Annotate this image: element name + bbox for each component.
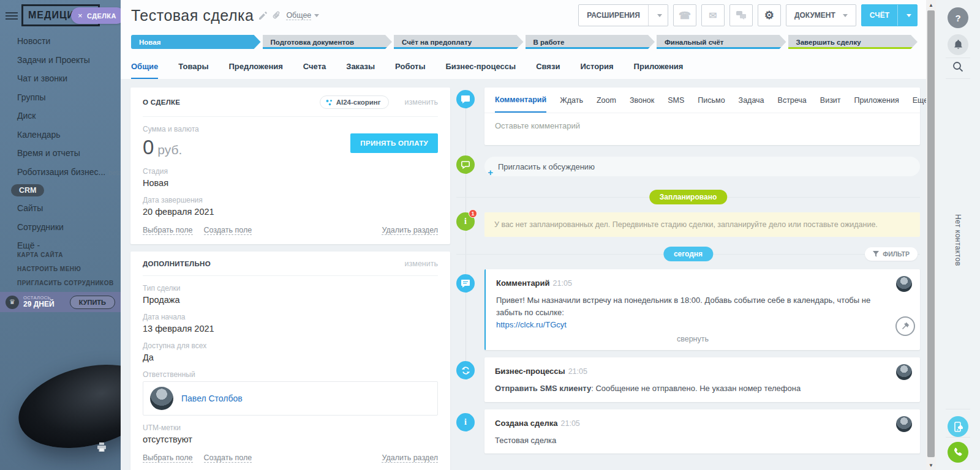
tab-products[interactable]: Товары bbox=[178, 62, 208, 79]
sidebar-item-sites[interactable]: Сайты bbox=[17, 199, 121, 218]
sidebar-item-rpa[interactable]: Роботизация бизнес...beta bbox=[17, 163, 121, 182]
create-field-link[interactable]: Создать поле bbox=[204, 453, 252, 463]
tab-general[interactable]: Общие bbox=[131, 62, 158, 79]
deal-content: О СДЕЛКЕ AI24-скоринг изменить Сумма и в… bbox=[121, 79, 926, 470]
comment-link[interactable]: https://clck.ru/TGcyt bbox=[496, 319, 567, 331]
configure-menu-link[interactable]: НАСТРОИТЬ МЕНЮ bbox=[17, 262, 114, 276]
stage-docs[interactable]: Подготовка документов bbox=[263, 35, 393, 49]
extensions-button[interactable]: РАСШИРЕНИЯ bbox=[578, 4, 668, 26]
filter-button[interactable]: ФИЛЬТР bbox=[865, 247, 918, 261]
tab-comment[interactable]: Комментарий bbox=[495, 88, 546, 113]
tab-robots[interactable]: Роботы bbox=[395, 62, 425, 79]
help-button[interactable]: ? bbox=[948, 7, 968, 28]
tab-orders[interactable]: Заказы bbox=[346, 62, 375, 79]
search-button[interactable] bbox=[952, 61, 963, 75]
scrollbar-thumb[interactable] bbox=[927, 10, 935, 457]
deal-badge-label: СДЕЛКА bbox=[87, 12, 116, 20]
delete-section-link[interactable]: Удалить раздел bbox=[382, 453, 438, 463]
phone-icon: ☎ bbox=[679, 10, 691, 21]
responsible-person: Павел Столбов bbox=[143, 381, 438, 416]
field-label: Доступна для всех bbox=[143, 341, 438, 350]
invoice-dropdown[interactable] bbox=[897, 5, 917, 26]
extensions-dropdown[interactable] bbox=[648, 5, 668, 26]
search-icon bbox=[952, 61, 963, 72]
chat-button[interactable] bbox=[729, 4, 753, 26]
avatar bbox=[150, 387, 173, 410]
edit-title-icon[interactable] bbox=[259, 12, 267, 20]
sidebar-item-tasks[interactable]: Задачи и Проекты bbox=[17, 51, 121, 70]
sidebar-item-chat[interactable]: Чат и звонки bbox=[17, 69, 121, 88]
responsible-person-link[interactable]: Павел Столбов bbox=[181, 394, 243, 403]
stage-inwork[interactable]: В работе bbox=[526, 35, 655, 49]
invite-employees-link[interactable]: ПРИГЛАСИТЬ СОТРУДНИКОВ bbox=[17, 276, 114, 290]
sidebar-item-groups[interactable]: Группы bbox=[17, 88, 121, 107]
tab-invoices[interactable]: Счета bbox=[303, 62, 326, 79]
invoice-button[interactable]: СЧЁТ bbox=[861, 4, 918, 26]
invite-to-discussion[interactable]: + Пригласить к обсуждению bbox=[484, 157, 920, 176]
timeline-entry-created: Создана сделка21:05 Тестовая сделка bbox=[484, 409, 920, 453]
deal-tab-badge[interactable]: × СДЕЛКА bbox=[71, 7, 121, 24]
sidebar-item-employees[interactable]: Сотрудники bbox=[17, 218, 121, 237]
mobile-app-button[interactable] bbox=[948, 416, 968, 437]
tab-more[interactable]: Еще bbox=[913, 88, 926, 113]
tab-applications[interactable]: Приложения bbox=[854, 88, 899, 113]
envelope-icon: ✉ bbox=[709, 10, 717, 21]
document-button[interactable]: ДОКУМЕНТ bbox=[786, 4, 856, 26]
tab-links[interactable]: Связи bbox=[536, 62, 560, 79]
edit-section-link[interactable]: изменить bbox=[405, 259, 438, 268]
edit-section-link[interactable]: изменить bbox=[405, 98, 438, 106]
delete-section-link[interactable]: Удалить раздел bbox=[382, 226, 438, 235]
tab-call[interactable]: Звонок bbox=[630, 88, 654, 113]
scroll-up-arrow[interactable]: ▲ bbox=[926, 0, 936, 10]
create-field-link[interactable]: Создать поле bbox=[204, 226, 252, 235]
sidebar-item-calendar[interactable]: Календарь bbox=[17, 125, 121, 144]
select-field-link[interactable]: Выбрать поле bbox=[143, 226, 193, 235]
sidebar-item-disk[interactable]: Диск bbox=[17, 106, 121, 125]
close-icon[interactable]: × bbox=[78, 11, 83, 20]
printer-icon[interactable] bbox=[97, 442, 107, 454]
hamburger-menu-icon[interactable] bbox=[6, 10, 18, 21]
activity-composer: Комментарий Ждать Zoom Звонок SMS Письмо… bbox=[484, 88, 920, 145]
discussion-icon bbox=[456, 155, 475, 174]
settings-button[interactable]: ⚙ bbox=[758, 4, 781, 26]
tab-bizproc[interactable]: Бизнес-процессы bbox=[446, 62, 516, 79]
email-button[interactable]: ✉ bbox=[701, 4, 725, 26]
tab-quotes[interactable]: Предложения bbox=[229, 62, 283, 79]
stage-final-invoice[interactable]: Финальный счёт bbox=[657, 35, 786, 49]
tab-zoom[interactable]: Zoom bbox=[597, 88, 616, 113]
paperclip-icon[interactable] bbox=[273, 11, 281, 20]
comment-input[interactable]: Оставьте комментарий bbox=[484, 113, 920, 145]
field-label: Дата начала bbox=[143, 313, 438, 321]
deal-availability-value: Да bbox=[143, 352, 438, 362]
sidebar-item-time[interactable]: Время и отчеты bbox=[17, 144, 121, 163]
tab-task[interactable]: Задача bbox=[739, 88, 764, 113]
tab-meeting[interactable]: Встреча bbox=[778, 88, 807, 113]
call-button[interactable]: ☎ bbox=[673, 4, 696, 26]
sidebar-item-news[interactable]: Новости bbox=[17, 32, 121, 51]
telephony-button[interactable] bbox=[948, 442, 968, 463]
stage-prepay[interactable]: Счёт на предоплату bbox=[394, 35, 524, 49]
notifications-button[interactable] bbox=[948, 34, 968, 55]
buy-button[interactable]: КУПИТЬ bbox=[70, 296, 115, 309]
collapse-link[interactable]: свернуть bbox=[496, 335, 889, 343]
pin-button[interactable] bbox=[895, 316, 915, 336]
stage-new[interactable]: Новая bbox=[131, 35, 261, 49]
ai-scoring-badge[interactable]: AI24-скоринг bbox=[320, 95, 389, 109]
accept-payment-button[interactable]: ПРИНЯТЬ ОПЛАТУ bbox=[350, 133, 438, 153]
vertical-scrollbar[interactable]: ▲ ▼ bbox=[926, 0, 936, 470]
tab-sms[interactable]: SMS bbox=[668, 88, 684, 113]
deal-category-selector[interactable]: Общее bbox=[286, 11, 311, 20]
tab-history[interactable]: История bbox=[580, 62, 613, 79]
select-field-link[interactable]: Выбрать поле bbox=[143, 453, 193, 463]
tab-letter[interactable]: Письмо bbox=[698, 88, 725, 113]
entry-time: 21:05 bbox=[561, 419, 580, 428]
scroll-down-arrow[interactable]: ▼ bbox=[926, 460, 936, 470]
tab-apps[interactable]: Приложения bbox=[634, 62, 684, 79]
sidebar-item-crm[interactable]: CRM bbox=[11, 184, 44, 196]
stage-close[interactable]: Завершить сделку bbox=[788, 35, 918, 49]
field-label: Ответственный bbox=[143, 370, 438, 379]
tab-wait[interactable]: Ждать bbox=[560, 88, 583, 113]
sitemap-link[interactable]: КАРТА САЙТА bbox=[17, 248, 114, 262]
tab-visit[interactable]: Визит bbox=[820, 88, 841, 113]
timeline-entry-bizproc: Бизнес-процессы21:05 Отправить SMS клиен… bbox=[484, 357, 920, 401]
